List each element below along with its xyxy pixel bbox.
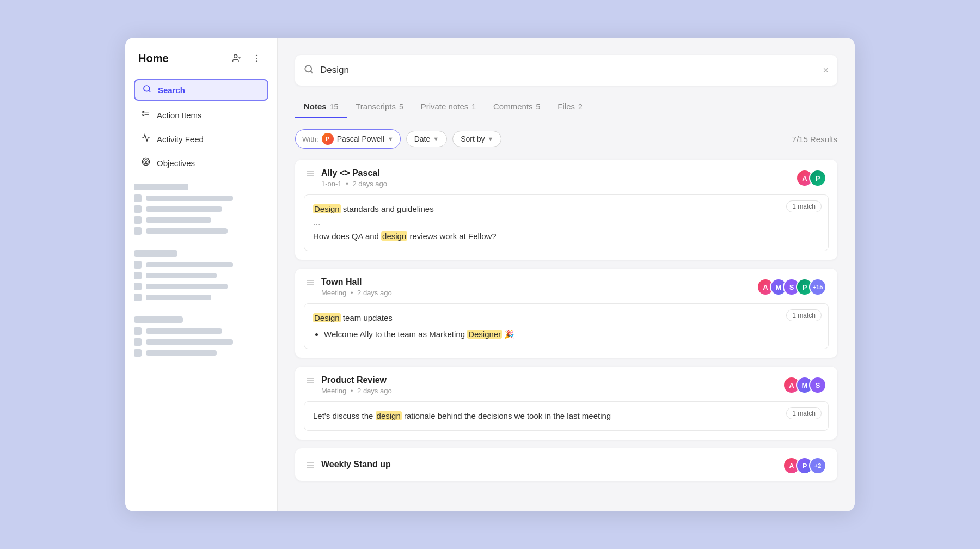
sidebar: Home Search Action Items [125, 38, 278, 511]
card-menu-icon[interactable] [306, 461, 315, 472]
search-clear-button[interactable]: × [823, 65, 829, 76]
card-meta: 1-on-1 • 2 days ago [321, 180, 387, 188]
svg-point-6 [144, 86, 150, 91]
meeting-card-ally-pascal: Ally <> Pascal 1-on-1 • 2 days ago A P 1… [295, 160, 837, 260]
card-title: Product Review [321, 375, 392, 385]
svg-point-12 [305, 65, 311, 72]
card-body: 1 match Design standards and guidelines … [304, 194, 829, 251]
meeting-card-product-review: Product Review Meeting • 2 days ago A M … [295, 367, 837, 440]
match-badge: 1 match [786, 309, 822, 321]
tab-transcripts[interactable]: Transcripts 5 [347, 96, 412, 118]
card-title: Town Hall [321, 277, 392, 287]
card-menu-icon[interactable] [306, 278, 315, 289]
svg-point-5 [256, 60, 257, 62]
tabs-row: Notes 15 Transcripts 5 Private notes 1 C… [295, 96, 837, 118]
filter-avatar: P [322, 133, 334, 145]
add-person-button[interactable] [229, 51, 244, 66]
highlight-text: Design [313, 313, 341, 322]
highlight-text: Design [313, 204, 341, 213]
action-items-icon [140, 109, 151, 120]
highlight-text: design [381, 231, 407, 241]
svg-point-3 [256, 55, 257, 56]
avatar: P [809, 169, 826, 187]
search-bar: × [295, 55, 837, 86]
card-header: Town Hall Meeting • 2 days ago A M S P +… [295, 269, 837, 303]
card-avatars: A M S [783, 376, 826, 394]
highlight-text: design [376, 411, 402, 420]
avatar-count: +15 [809, 278, 826, 296]
sidebar-item-activity-feed-label: Activity Feed [157, 135, 204, 144]
tab-notes[interactable]: Notes 15 [295, 96, 347, 118]
avatar: S [809, 376, 826, 394]
bullet-item: Welcome Ally to the team as Marketing De… [324, 328, 819, 341]
sidebar-item-objectives[interactable]: Objectives [134, 153, 268, 173]
activity-feed-icon [140, 133, 151, 144]
sidebar-item-search[interactable]: Search [134, 79, 268, 101]
tab-comments[interactable]: Comments 5 [485, 96, 549, 118]
search-nav-icon [142, 84, 152, 95]
card-body: 1 match Design team updates Welcome Ally… [304, 303, 829, 349]
sidebar-header-actions [229, 51, 264, 66]
search-input[interactable] [320, 65, 816, 76]
card-meta: Meeting • 2 days ago [321, 387, 392, 395]
with-label: With: [302, 135, 318, 143]
sidebar-item-activity-feed[interactable]: Activity Feed [134, 129, 268, 149]
card-menu-icon[interactable] [306, 376, 315, 387]
svg-point-0 [234, 54, 237, 58]
card-header: Product Review Meeting • 2 days ago A M … [295, 367, 837, 401]
card-body: 1 match Let's discuss the design rationa… [304, 401, 829, 431]
highlight-text: Designer [467, 330, 502, 339]
sidebar-item-objectives-label: Objectives [157, 158, 195, 168]
card-menu-icon[interactable] [306, 169, 315, 180]
match-badge: 1 match [786, 407, 822, 419]
card-avatars: A P [796, 169, 826, 187]
svg-point-10 [144, 160, 148, 164]
objectives-icon [140, 157, 151, 168]
avatar-count: +2 [809, 457, 826, 474]
svg-rect-7 [143, 111, 144, 113]
sidebar-header: Home [134, 51, 268, 66]
svg-point-4 [256, 58, 257, 59]
sidebar-skeleton [134, 184, 268, 369]
card-avatars: A M S P +15 [757, 278, 826, 296]
results-count: 7/15 Results [792, 135, 837, 144]
with-person-label: Pascal Powell [337, 135, 384, 143]
card-meta: Meeting • 2 days ago [321, 289, 392, 297]
card-header: Weekly Stand up A P +2 [295, 448, 837, 481]
meeting-card-weekly-standup: Weekly Stand up A P +2 [295, 448, 837, 481]
main-content: × Notes 15 Transcripts 5 Private notes 1… [278, 38, 855, 511]
match-badge: 1 match [786, 200, 822, 212]
filters-row: With: P Pascal Powell ▼ Date ▼ Sort by ▼… [295, 129, 837, 149]
ellipsis: ... [313, 218, 819, 228]
more-options-button[interactable] [249, 51, 264, 66]
date-chevron: ▼ [433, 136, 439, 142]
tab-files[interactable]: Files 2 [549, 96, 591, 118]
svg-rect-8 [143, 114, 144, 116]
tab-private-notes[interactable]: Private notes 1 [412, 96, 485, 118]
sidebar-item-action-items-label: Action Items [157, 111, 202, 120]
with-filter-chip[interactable]: With: P Pascal Powell ▼ [295, 129, 401, 149]
card-title: Weekly Stand up [321, 460, 391, 469]
search-icon [304, 64, 314, 77]
card-header: Ally <> Pascal 1-on-1 • 2 days ago A P [295, 160, 837, 194]
sort-chevron: ▼ [488, 136, 494, 142]
with-filter-chevron: ▼ [388, 136, 394, 142]
sidebar-item-action-items[interactable]: Action Items [134, 105, 268, 125]
sort-by-button[interactable]: Sort by ▼ [452, 131, 501, 147]
card-avatars: A P +2 [783, 457, 826, 474]
svg-point-11 [145, 161, 147, 163]
meeting-card-town-hall: Town Hall Meeting • 2 days ago A M S P +… [295, 269, 837, 358]
card-title: Ally <> Pascal [321, 168, 387, 178]
date-filter-button[interactable]: Date ▼ [406, 131, 447, 147]
sidebar-item-search-label: Search [158, 86, 185, 95]
sidebar-title: Home [138, 52, 169, 65]
